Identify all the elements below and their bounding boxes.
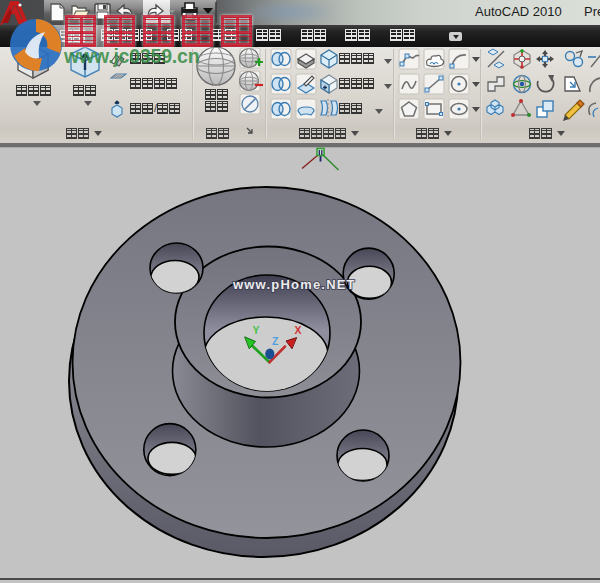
svg-text:Y: Y: [253, 324, 260, 336]
svg-text:Z: Z: [272, 335, 279, 347]
svg-text:www.pHome.NET: www.pHome.NET: [232, 277, 356, 292]
svg-text:X: X: [295, 324, 302, 336]
